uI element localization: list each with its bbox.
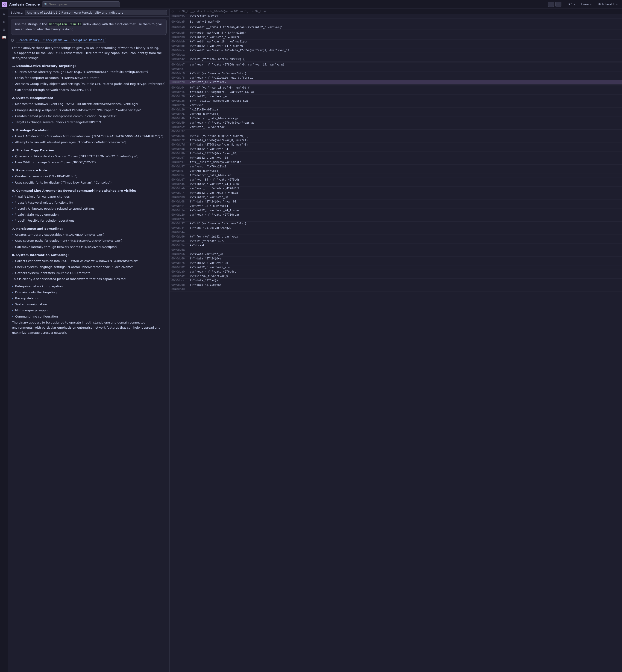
table-row[interactable]: 0040db7d fn">data_427708(var">var_8, num… — [170, 143, 622, 147]
table-row[interactable]: 0040db97 var">src: "\x76\x20\x9 — [170, 165, 622, 169]
sidebar-icon-settings[interactable]: ⚙ — [1, 10, 7, 17]
table-row[interactable]: 0040dc44 — [170, 230, 622, 235]
search-binary-radio[interactable] — [11, 39, 14, 42]
table-row[interactable]: 0040db5f var">var_8 = var">eax — [170, 125, 622, 130]
table-row[interactable]: 0040dc5a kw">if (fn">data_4277 — [170, 239, 622, 244]
add-button[interactable]: + — [548, 2, 554, 7]
table-row[interactable]: 0040dc66 fn">data_427424(&var_ — [170, 257, 622, 261]
code-cell: kw">int32_t var">var_14 = num">0 — [188, 44, 622, 49]
sidebar-icon-grid[interactable]: ⊞ — [1, 26, 7, 33]
bullet-dot: • — [12, 174, 14, 179]
bullet-text: Changes desktop wallpaper ("Control Pane… — [15, 108, 143, 113]
tab-high-level-il[interactable]: High Level IL ▾ — [595, 2, 620, 7]
table-row[interactable]: 0040dabekw">int32_t var">var_14 = num">0 — [170, 44, 622, 49]
table-row[interactable]: 0040dca0 var">eax = fn">data_4276a4(v — [170, 270, 622, 274]
table-row[interactable]: 0040dafd var">var_18 = var">eax — [170, 80, 622, 85]
table-row[interactable]: 0040dae7 var">eax = fn">data_427860(num"… — [170, 63, 622, 67]
table-row[interactable]: 0040db72 fn">data_427704(var">var_8, num… — [170, 138, 622, 143]
table-row[interactable]: 0040daf0 kw">if (var">eax op">u>= num">0… — [170, 71, 622, 76]
table-row[interactable]: 0040da95kw">return num">1 — [170, 14, 622, 19]
table-row[interactable]: 0040db26 kw">int32_t var">var_ac — [170, 95, 622, 99]
table-row[interactable]: 0040dcd6 kw">for (kw">int32_t var">ebx_ — [170, 235, 622, 239]
table-row[interactable]: 0040dc08 fn">data_427424(&var">var_98, — [170, 200, 622, 204]
code-cell: var">var_18 = var">eax — [188, 80, 622, 85]
tab-linear[interactable]: Linear ▾ — [579, 2, 594, 7]
code-cell: var">eax = fn">allocate_heap_buffer(si — [188, 76, 622, 80]
search-input[interactable] — [49, 3, 117, 6]
table-row[interactable]: 0040daca — [170, 53, 622, 57]
table-row[interactable]: 0040daa8kw">void* __stdcall fn">sub_40da… — [170, 25, 622, 30]
table-row[interactable]: 0040db5f — [170, 130, 622, 134]
table-row[interactable]: 0040db97 kw">int32_t var">var_68 — [170, 156, 622, 160]
table-row[interactable]: 0040db26 "\x62\x20\xb0\xba — [170, 108, 622, 112]
code-cell — [188, 287, 622, 292]
table-row[interactable]: 0040dc1e kw">int32_t var">var_94_1 = ar — [170, 209, 622, 213]
analysis-content[interactable]: Let me analyze these decrypted strings t… — [8, 44, 169, 672]
table-row[interactable]: 0040db97 fn">__builtin_memcpy(var">dest: — [170, 160, 622, 165]
table-row[interactable]: 0040dc7a kw">int32_t var">var_2c — [170, 261, 622, 265]
table-row[interactable]: 0040dae7 — [170, 67, 622, 71]
table-row[interactable]: 0040db4b fn">decrypt_data_block(encryp — [170, 117, 622, 121]
tab-high-level-il-chevron: ▾ — [616, 3, 618, 6]
table-row[interactable]: 0040dad2kw">if (var">eax op">!= num">0) … — [170, 57, 622, 62]
table-row[interactable]: 0040dabbkw">void* var">var_18 = kw">null… — [170, 40, 622, 44]
addr-cell: 0040db97 — [170, 160, 188, 165]
table-row[interactable]: 0040db97 var">n: num">0x14) — [170, 169, 622, 173]
bullet-dot: • — [12, 302, 14, 307]
bullet-text: Attempts to run with elevated privileges… — [15, 140, 126, 145]
addr-cell: 0040dc2e — [170, 213, 188, 217]
table-row[interactable]: 0040dbeb var">var_c = fn">data_4276d4(& — [170, 187, 622, 191]
table-row[interactable]: 0040dccd fn">data_42771c(var — [170, 283, 622, 287]
table-row[interactable]: 0040dcaf kw">uint32_t var">var_9 — [170, 274, 622, 279]
table-row[interactable]: 0040daf8 var">eax = fn">allocate_heap_bu… — [170, 76, 622, 80]
code-cell: var">var_98 = num">0x14 — [188, 204, 622, 209]
code-cell: var">n: num">0x14) — [188, 112, 622, 117]
table-row[interactable]: 0040db1a fn">data_427860(num">0, var">va… — [170, 90, 622, 95]
bullet-dot: • — [12, 213, 14, 218]
table-row[interactable]: 0040dcdd — [170, 287, 622, 292]
tab-pe[interactable]: PE ▾ — [566, 2, 577, 7]
code-cell: var">eax = fn">data_4276e4(&var">var_ac — [188, 121, 622, 125]
table-row[interactable]: 0040dc66 kw">void var">var_28 — [170, 252, 622, 257]
table-row[interactable]: 0040db26 var">src: — [170, 103, 622, 108]
table-row[interactable]: 0040dbbc fn">decrypt_data_block(en — [170, 173, 622, 178]
table-row[interactable]: 0040db8b kw">int32_t var">var_84 — [170, 147, 622, 152]
subject-label: Subject: — [10, 11, 23, 14]
table-row[interactable]: 0040dab8kw">int32_t var">var_c = num">0 — [170, 35, 622, 40]
table-row[interactable]: 0040dbf4 kw">int32_t var">eax_4 = data_ — [170, 191, 622, 195]
table-row[interactable]: 0040dbda kw">int32_t var">var_74_1 = 0x — [170, 182, 622, 187]
bullet-dot: • — [12, 200, 14, 205]
table-row[interactable]: 0040dbd7 var">var_84 = fn">data_4275e0( — [170, 178, 622, 182]
table-row[interactable]: 0040dc11 var">var_98 = num">0x14 — [170, 204, 622, 209]
code-scroll[interactable]: 0040da95kw">return num">10040daa58d num"… — [170, 14, 622, 672]
table-row[interactable]: 0040dacakw">void* var">eax = fn">data_42… — [170, 49, 622, 53]
menu-button[interactable]: ≡ — [555, 2, 561, 7]
table-row[interactable]: 0040dc5a kw">break — [170, 244, 622, 248]
table-row[interactable]: 0040db8b fn">data_427424(&var">var_84, — [170, 152, 622, 156]
table-row[interactable]: 0040dc08 kw">int32_t var">var_98 — [170, 195, 622, 200]
table-row[interactable]: 0040dc5a — [170, 248, 622, 252]
sidebar-icon-book[interactable]: 📖 — [1, 34, 7, 40]
table-row[interactable]: 0040db59 var">eax = fn">data_4276e4(&var… — [170, 121, 622, 125]
table-row[interactable]: 0040db04 kw">if (var">var_18 op">!= num"… — [170, 86, 622, 90]
table-row[interactable]: 0040dc2e — [170, 217, 622, 222]
sidebar-icon-layers[interactable]: ⧉ — [1, 19, 7, 25]
table-row[interactable]: 0040daa58d num">40 num">00 — [170, 20, 622, 24]
table-row[interactable]: 0040dab5kw">void* var">var_8 = kw">nullp… — [170, 31, 622, 35]
search-binary-query: Search binary: /index[@name == 'Decrypti… — [16, 38, 106, 43]
table-row[interactable]: 0040dc2e var">eax = fn">data_427710(var — [170, 213, 622, 217]
table-row[interactable]: 0040db26 fn">__builtin_memcpy(var">dest:… — [170, 99, 622, 103]
table-row[interactable]: 0040db66 kw">if (var">var_8 op">!= num">… — [170, 134, 622, 138]
table-row[interactable]: 0040dc44 fn">sub_40173c(var">arg2, — [170, 226, 622, 230]
addr-cell: 0040db97 — [170, 156, 188, 160]
table-row[interactable]: 0040dc82 kw">int32_t var">eax_7 = — [170, 265, 622, 270]
table-row[interactable]: 0040dc37 kw">if (var">eax op">u>= num">0… — [170, 222, 622, 226]
code-cell: fn">decrypt_data_block(en — [188, 173, 622, 178]
search-bar[interactable]: 🔍 — [42, 1, 120, 7]
subject-value[interactable]: Analysis of LockBit 3.0 Ransomware Funct… — [25, 10, 167, 15]
table-row[interactable]: 0040db26 var">n: num">0x14) — [170, 112, 622, 117]
addr-cell: 0040db26 — [170, 103, 188, 108]
addr-cell: 0040dabe — [170, 44, 188, 49]
bullet-item: •Can move laterally through network shar… — [12, 245, 166, 250]
table-row[interactable]: 0040dcc4 fn">data_4276a4(v — [170, 279, 622, 283]
